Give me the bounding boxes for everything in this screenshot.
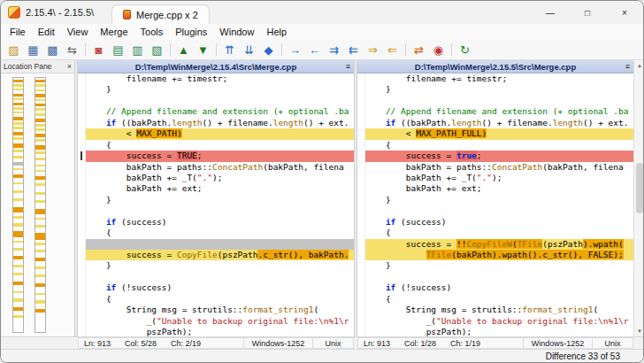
copy-left-advance-icon[interactable]: ⇇	[344, 41, 363, 58]
left-status-eol[interactable]: Unix	[313, 337, 354, 349]
menu-plugins[interactable]: Plugins	[169, 27, 213, 37]
right-pane-menu-icon[interactable]: ≡	[625, 62, 630, 71]
scrollbar-track[interactable]	[634, 71, 644, 326]
menu-window[interactable]: Window	[213, 27, 260, 37]
copy-right-icon[interactable]: →	[286, 41, 304, 58]
gutter	[78, 162, 86, 173]
next-diff-icon[interactable]: ▼	[194, 41, 212, 58]
left-status-encoding[interactable]: Windows-1252	[244, 337, 313, 349]
code-line	[357, 205, 633, 216]
gutter	[78, 239, 86, 250]
vertical-scrollbar[interactable]: ▲ ▼	[633, 60, 644, 336]
refresh-icon[interactable]: ↻	[456, 41, 474, 58]
last-diff-icon[interactable]: ⇊	[240, 41, 258, 58]
winmerge-window: 2.15.4\ - 2.15.5\ Merge.cpp x 2 — □ × Fi…	[0, 0, 644, 363]
prev-diff-icon[interactable]: ▲	[174, 41, 193, 58]
left-status-ch: Ch: 2/19	[171, 339, 201, 348]
code-line: String msg = strutils::format_string1(	[357, 305, 633, 315]
left-code-editor[interactable]: filename += timestr; } // Append filenam…	[78, 73, 354, 336]
location-bar-right[interactable]	[34, 77, 46, 333]
close-button[interactable]: ×	[606, 1, 643, 24]
code-line: }	[357, 84, 633, 95]
open-icon[interactable]: ▨	[4, 41, 23, 58]
save-icon[interactable]: ▦	[24, 41, 42, 58]
location-diff-marker	[13, 156, 23, 158]
location-pane-title: Location Pane	[4, 62, 51, 71]
code-line: if ((bakPath.length() + filename.length(…	[78, 118, 354, 128]
tab-merge-cpp[interactable]: Merge.cpp x 2	[111, 4, 210, 24]
file-filters-icon[interactable]: ▤	[109, 41, 127, 58]
gutter	[78, 327, 86, 336]
left-file-path: D:\Temp\WinMerge\2.15.4\Src\Merge.cpp	[135, 62, 296, 72]
save-all-icon[interactable]: ▩	[43, 41, 62, 58]
scroll-down-icon[interactable]: ▼	[634, 326, 644, 336]
copy-left-icon[interactable]: ←	[305, 41, 324, 58]
right-code-editor[interactable]: filename += timestr; } // Append filenam…	[357, 73, 633, 336]
auto-merge-icon[interactable]: ⇄	[410, 41, 428, 58]
view-context-icon[interactable]: ▧	[148, 41, 166, 58]
gutter	[78, 205, 86, 216]
code-line: {	[78, 228, 354, 238]
menu-help[interactable]: Help	[260, 27, 293, 37]
minimize-button[interactable]: —	[532, 1, 569, 24]
code-line: }	[78, 195, 354, 205]
menu-merge[interactable]: Merge	[94, 27, 134, 37]
right-file-pane: D:\Temp\WinMerge\2.15.5\Src\Merge.cpp ≡ …	[357, 60, 633, 336]
menu-tools[interactable]: Tools	[134, 27, 170, 37]
copy-all-left-icon[interactable]: ⇐	[383, 41, 402, 58]
code-line: {	[78, 294, 354, 305]
gutter	[78, 305, 86, 315]
location-diff-marker	[35, 151, 45, 154]
toolbar-separator	[451, 43, 452, 56]
right-pane-header[interactable]: D:\Temp\WinMerge\2.15.5\Src\Merge.cpp ≡	[357, 60, 633, 73]
window-title: 2.15.4\ - 2.15.5\	[26, 7, 94, 18]
menu-bar: FileEditViewMergeToolsPluginsWindowHelp	[1, 24, 643, 40]
code-line: if (!success)	[78, 282, 354, 293]
menu-view[interactable]: View	[61, 27, 95, 37]
scroll-up-icon[interactable]: ▲	[634, 60, 644, 71]
code-line: if ((bakPath.length() + filename.length(…	[357, 118, 633, 128]
left-pane-header[interactable]: D:\Temp\WinMerge\2.15.4\Src\Merge.cpp ≡	[78, 60, 354, 73]
code-line	[78, 205, 354, 216]
gutter	[78, 118, 86, 128]
code-line: success = TRUE;	[78, 151, 354, 161]
code-line: _("Unable to backup original file:\n%1\r	[357, 316, 633, 327]
copy-all-right-icon[interactable]: ⇒	[364, 41, 382, 58]
gutter	[78, 96, 86, 106]
menu-file[interactable]: File	[4, 27, 32, 37]
code-line: }	[78, 260, 354, 271]
right-status-eol[interactable]: Unix	[593, 337, 633, 349]
location-diff-marker	[13, 248, 23, 251]
code-line: bakPath += ext;	[357, 183, 633, 194]
plugins-icon[interactable]: ◉	[429, 41, 448, 58]
first-diff-icon[interactable]: ⇈	[220, 41, 239, 58]
current-diff-icon[interactable]: ◆	[259, 41, 278, 58]
location-bar-left[interactable]	[12, 77, 24, 333]
code-line: }	[78, 84, 354, 95]
options-icon[interactable]: ◙	[89, 41, 108, 58]
left-pane-menu-icon[interactable]: ≡	[346, 62, 350, 71]
location-diff-marker	[35, 183, 45, 186]
toolbar-separator	[85, 43, 86, 56]
copy-right-advance-icon[interactable]: ⇉	[325, 41, 343, 58]
location-diff-marker	[35, 128, 45, 131]
text-cursor	[80, 151, 82, 160]
location-diff-marker	[35, 94, 45, 97]
scrollbar-thumb[interactable]	[636, 163, 643, 214]
main-statusbar: Difference 33 of 53	[1, 349, 643, 362]
right-pane-status: Ln: 913 Col: 1/28 Ch: 1/19 Windows-1252 …	[357, 337, 633, 349]
swap-panes-icon[interactable]: ⇆	[63, 41, 81, 58]
menu-edit[interactable]: Edit	[32, 27, 61, 37]
right-status-encoding[interactable]: Windows-1252	[524, 337, 593, 349]
code-line: {	[357, 140, 633, 151]
location-diff-marker	[13, 162, 23, 166]
code-line: pszPath);	[357, 327, 633, 336]
location-diff-marker	[35, 274, 45, 277]
location-diff-marker	[35, 258, 45, 261]
view-diff-icon[interactable]: ▥	[128, 41, 147, 58]
maximize-button[interactable]: □	[569, 1, 606, 24]
gutter	[357, 151, 365, 161]
location-pane-close-icon[interactable]: ×	[67, 62, 72, 71]
gutter	[357, 305, 365, 315]
location-diff-marker	[35, 158, 45, 160]
